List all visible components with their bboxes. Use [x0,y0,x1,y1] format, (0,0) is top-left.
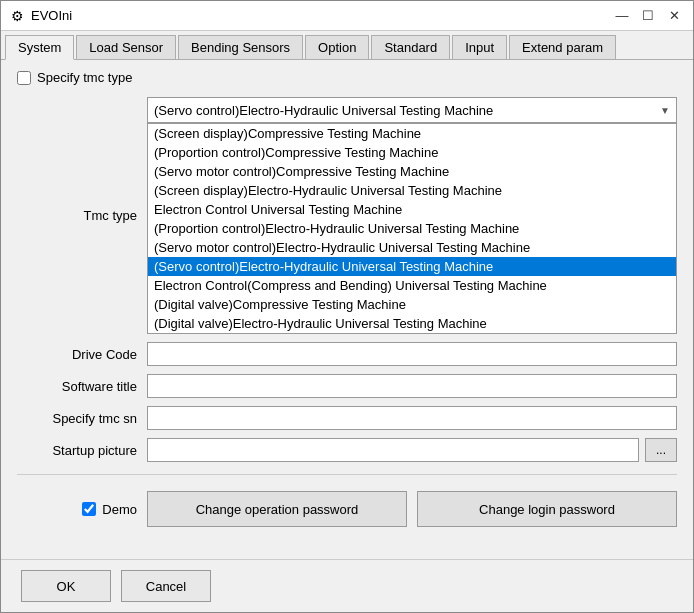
divider [17,474,677,475]
browse-button[interactable]: ... [645,438,677,462]
tmc-type-list-container: (Screen display)Compressive Testing Mach… [147,123,677,334]
specify-tmc-row: Specify tmc type [17,70,677,85]
close-button[interactable]: ✕ [663,5,685,27]
specify-tmc-sn-row: Specify tmc sn [17,406,677,430]
main-window: ⚙ EVOIni — ☐ ✕ System Load Sensor Bendin… [0,0,694,613]
tab-option[interactable]: Option [305,35,369,59]
tab-extend-param[interactable]: Extend param [509,35,616,59]
software-title-label: Software title [17,379,137,394]
tab-system[interactable]: System [5,35,74,60]
list-item-0[interactable]: (Screen display)Compressive Testing Mach… [148,124,676,143]
specify-tmc-label: Specify tmc type [37,70,132,85]
list-item-3[interactable]: (Screen display)Electro-Hydraulic Univer… [148,181,676,200]
tab-input[interactable]: Input [452,35,507,59]
demo-label: Demo [102,502,137,517]
tab-standard[interactable]: Standard [371,35,450,59]
bottom-bar: OK Cancel [1,559,693,612]
startup-picture-control: ... [147,438,677,462]
tmc-type-dropdown[interactable]: (Servo control)Electro-Hydraulic Univers… [147,97,677,123]
demo-checkbox[interactable] [82,502,96,516]
minimize-button[interactable]: — [611,5,633,27]
tmc-type-control: (Servo control)Electro-Hydraulic Univers… [147,97,677,334]
drive-code-label: Drive Code [17,347,137,362]
title-text: EVOIni [31,8,611,23]
startup-picture-row: Startup picture ... [17,438,677,462]
tmc-type-row: Tmc type (Servo control)Electro-Hydrauli… [17,97,677,334]
drive-code-row: Drive Code [17,342,677,366]
software-title-row: Software title [17,374,677,398]
list-item-5[interactable]: (Proportion control)Electro-Hydraulic Un… [148,219,676,238]
password-buttons: Change operation password Change login p… [147,491,677,527]
title-bar: ⚙ EVOIni — ☐ ✕ [1,1,693,31]
list-item-2[interactable]: (Servo motor control)Compressive Testing… [148,162,676,181]
maximize-button[interactable]: ☐ [637,5,659,27]
tmc-type-list[interactable]: (Screen display)Compressive Testing Mach… [148,124,676,333]
demo-row: Demo Change operation password Change lo… [17,491,677,527]
startup-input-group: ... [147,438,677,462]
title-bar-controls: — ☐ ✕ [611,5,685,27]
drive-code-input[interactable] [147,342,677,366]
list-item-10[interactable]: (Digital valve)Electro-Hydraulic Univers… [148,314,676,333]
startup-picture-label: Startup picture [17,443,137,458]
list-item-8[interactable]: Electron Control(Compress and Bending) U… [148,276,676,295]
list-item-4[interactable]: Electron Control Universal Testing Machi… [148,200,676,219]
tab-bending-sensors[interactable]: Bending Sensors [178,35,303,59]
tab-bar: System Load Sensor Bending Sensors Optio… [1,31,693,60]
tmc-type-selected-text: (Servo control)Electro-Hydraulic Univers… [154,103,656,118]
content-area: Specify tmc type Tmc type (Servo control… [1,60,693,559]
specify-tmc-checkbox[interactable] [17,71,31,85]
app-icon: ⚙ [9,8,25,24]
dropdown-arrow-icon: ▼ [660,105,670,116]
list-item-1[interactable]: (Proportion control)Compressive Testing … [148,143,676,162]
list-item-6[interactable]: (Servo motor control)Electro-Hydraulic U… [148,238,676,257]
software-title-control [147,374,677,398]
specify-tmc-sn-input[interactable] [147,406,677,430]
software-title-input[interactable] [147,374,677,398]
change-login-password-button[interactable]: Change login password [417,491,677,527]
tab-load-sensor[interactable]: Load Sensor [76,35,176,59]
startup-picture-input[interactable] [147,438,639,462]
list-item-9[interactable]: (Digital valve)Compressive Testing Machi… [148,295,676,314]
cancel-button[interactable]: Cancel [121,570,211,602]
list-item-7[interactable]: (Servo control)Electro-Hydraulic Univers… [148,257,676,276]
specify-tmc-sn-label: Specify tmc sn [17,411,137,426]
demo-label-area: Demo [17,502,137,517]
drive-code-control [147,342,677,366]
tmc-type-label: Tmc type [17,208,137,223]
change-operation-password-button[interactable]: Change operation password [147,491,407,527]
specify-tmc-sn-control [147,406,677,430]
ok-button[interactable]: OK [21,570,111,602]
